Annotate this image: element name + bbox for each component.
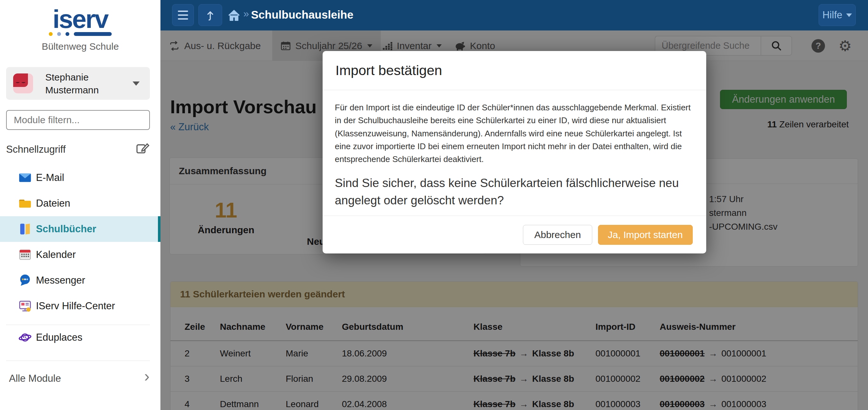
- home-icon[interactable]: [227, 9, 241, 22]
- sidebar-item-label: IServ Hilfe-Center: [36, 300, 115, 312]
- sidebar-item-label: Messenger: [36, 275, 85, 286]
- cancel-button[interactable]: Abbrechen: [523, 225, 592, 245]
- hamburger-icon: [178, 10, 188, 12]
- dialog-title: Import bestätigen: [336, 63, 693, 78]
- iserv-logo-underline: [0, 32, 160, 36]
- dialog-description: Für den Import ist die eindeutige ID der…: [335, 101, 694, 166]
- avatar-face-icon: [13, 73, 28, 87]
- all-modules-label: Alle Module: [9, 373, 61, 384]
- email-icon: [19, 171, 31, 184]
- book-icon: [19, 223, 31, 236]
- confirm-import-button[interactable]: Ja, Import starten: [598, 225, 693, 245]
- sidebar-item-label: E-Mail: [36, 172, 64, 183]
- dialog-question: Sind Sie sicher, dass keine Schülerkarte…: [335, 174, 694, 209]
- breadcrumb[interactable]: Schulbuchausleihe: [251, 8, 353, 21]
- sidebar-item-label: Dateien: [36, 198, 70, 209]
- sidebar-item-label: Eduplaces: [36, 332, 83, 343]
- user-name-line2: Mustermann: [45, 84, 99, 97]
- logo-dot-yellow: [49, 32, 53, 36]
- sidebar-item-label: Kalender: [36, 249, 76, 261]
- all-modules-button[interactable]: Alle Module ›: [0, 366, 160, 391]
- logo-dot-lightblue: [57, 32, 61, 36]
- logo-bar: [74, 32, 112, 36]
- user-name-line1: Stephanie: [45, 71, 99, 84]
- dialog-body: Für den Import ist die eindeutige ID der…: [322, 90, 706, 209]
- avatar: [13, 73, 33, 93]
- avatar-eye: [16, 81, 20, 83]
- sidebar-item-eduplaces[interactable]: Eduplaces: [0, 324, 160, 350]
- confirm-import-dialog: Import bestätigen Für den Import ist die…: [322, 51, 706, 253]
- breadcrumb-separator: »: [243, 8, 249, 20]
- folder-icon: [19, 197, 31, 210]
- iserv-logo-text: iserv: [0, 7, 160, 31]
- sidebar: iserv Bültenweg Schule Stephanie Musterm…: [0, 0, 160, 410]
- planet-icon: [19, 331, 31, 344]
- chevron-down-icon: [846, 13, 852, 17]
- sidebar-item-schulbuecher[interactable]: Schulbücher: [0, 216, 160, 242]
- upload-button[interactable]: [198, 4, 222, 26]
- sidebar-item-files[interactable]: Dateien: [0, 191, 160, 216]
- help-dropdown-button[interactable]: Hilfe: [818, 4, 856, 26]
- user-menu[interactable]: Stephanie Mustermann: [6, 67, 150, 100]
- quick-access-menu: E-Mail Dateien Schulbüch: [0, 165, 160, 350]
- sidebar-item-label: Schulbücher: [36, 223, 96, 235]
- school-name: Bültenweg Schule: [0, 41, 160, 52]
- logo-dot-darkblue: [65, 32, 69, 36]
- sidebar-item-hilfe-center[interactable]: IServ Hilfe-Center: [0, 293, 160, 319]
- chat-bubble-icon: [19, 274, 31, 287]
- module-filter-input[interactable]: [6, 110, 150, 130]
- quick-access-label: Schnellzugriff: [6, 144, 66, 155]
- sidebar-item-messenger[interactable]: Messenger: [0, 268, 160, 293]
- iserv-app: iserv Bültenweg Schule Stephanie Musterm…: [0, 0, 868, 410]
- iserv-logo[interactable]: iserv: [0, 7, 160, 36]
- chevron-right-icon: ›: [144, 370, 150, 382]
- dialog-header: Import bestätigen: [322, 51, 706, 90]
- sidebar-item-kalender[interactable]: Kalender: [0, 242, 160, 268]
- user-name: Stephanie Mustermann: [45, 71, 99, 97]
- avatar-eye: [22, 81, 25, 83]
- top-bar: » Schulbuchausleihe Hilfe: [160, 0, 868, 31]
- arrow-up-icon: [204, 8, 217, 22]
- sidebar-item-email[interactable]: E-Mail: [0, 165, 160, 191]
- chevron-down-icon: [132, 81, 140, 86]
- edit-pencil-icon[interactable]: [135, 141, 150, 156]
- dialog-footer: Abbrechen Ja, Import starten: [322, 215, 706, 253]
- calendar-icon: [19, 248, 31, 261]
- help-center-monitor-icon: [19, 300, 31, 312]
- help-label: Hilfe: [823, 9, 842, 21]
- divider: [6, 361, 150, 361]
- menu-toggle-button[interactable]: [172, 4, 194, 26]
